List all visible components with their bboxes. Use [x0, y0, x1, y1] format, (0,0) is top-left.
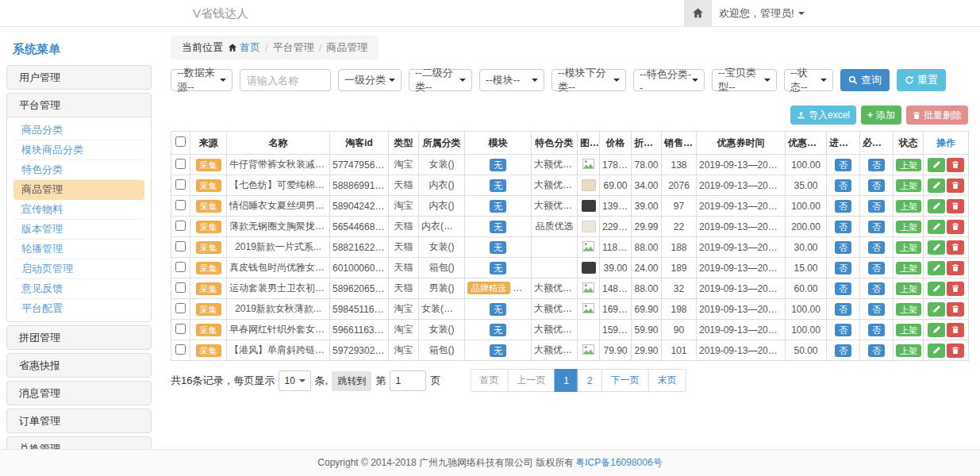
sidebar-subitem-商品分类[interactable]: 商品分类 [13, 121, 144, 140]
import-select-badge[interactable]: 否 [835, 303, 851, 316]
page-button-2[interactable]: 2 [578, 369, 602, 392]
sidebar-subitem-模块商品分类[interactable]: 模块商品分类 [13, 140, 144, 160]
edit-button[interactable] [928, 344, 945, 358]
status-badge[interactable]: 上架 [896, 179, 921, 192]
import-select-badge[interactable]: 否 [835, 221, 851, 233]
filter-select-2[interactable]: --二级分类-- [409, 69, 472, 91]
sidebar-subitem-平台配置[interactable]: 平台配置 [13, 299, 144, 318]
import-select-badge[interactable]: 否 [835, 159, 851, 171]
sidebar-item-订单管理[interactable]: 订单管理 [7, 409, 151, 432]
import-select-badge[interactable]: 否 [835, 344, 851, 357]
delete-button[interactable] [947, 240, 964, 255]
status-badge[interactable]: 上架 [896, 200, 921, 213]
must-buy-badge[interactable]: 否 [868, 282, 885, 295]
filter-select-4[interactable]: --模块下分类-- [551, 69, 626, 91]
row-checkbox[interactable] [175, 221, 186, 231]
page-button-首页[interactable]: 首页 [470, 369, 508, 392]
sidebar-subitem-启动页管理[interactable]: 启动页管理 [13, 259, 144, 279]
import-excel-button[interactable]: 导入excel [790, 106, 856, 125]
row-checkbox[interactable] [175, 159, 186, 169]
edit-button[interactable] [928, 199, 945, 213]
delete-button[interactable] [947, 261, 964, 275]
edit-button[interactable] [928, 282, 945, 296]
sidebar-item-拼团管理[interactable]: 拼团管理 [7, 326, 151, 349]
sidebar-subitem-轮播管理[interactable]: 轮播管理 [13, 240, 144, 259]
filter-select-1[interactable]: 一级分类 [338, 69, 402, 91]
row-checkbox[interactable] [175, 241, 186, 251]
import-select-badge[interactable]: 否 [835, 282, 851, 295]
delete-button[interactable] [947, 302, 964, 317]
name-search-input[interactable] [240, 69, 331, 91]
sidebar-subitem-版本管理[interactable]: 版本管理 [13, 220, 144, 240]
status-badge[interactable]: 上架 [896, 282, 921, 295]
status-badge[interactable]: 上架 [896, 241, 921, 254]
page-button-下一页[interactable]: 下一页 [601, 369, 649, 392]
page-button-末页[interactable]: 末页 [648, 369, 686, 392]
home-button[interactable] [684, 0, 712, 26]
status-badge[interactable]: 上架 [896, 324, 921, 336]
filter-select-7[interactable]: --状态-- [784, 69, 833, 91]
edit-button[interactable] [928, 178, 945, 193]
edit-button[interactable] [928, 302, 945, 317]
status-badge[interactable]: 上架 [896, 262, 921, 274]
edit-button[interactable] [928, 240, 945, 255]
jump-button[interactable]: 跳转到 [332, 371, 371, 391]
must-buy-badge[interactable]: 否 [868, 200, 885, 213]
must-buy-badge[interactable]: 否 [868, 221, 885, 233]
page-button-1[interactable]: 1 [554, 369, 578, 392]
delete-button[interactable] [947, 199, 964, 213]
row-checkbox[interactable] [175, 200, 186, 210]
data-source-select[interactable]: --数据来源-- [171, 69, 233, 91]
filter-select-6[interactable]: --宝贝类型-- [712, 69, 777, 91]
sidebar-subitem-宣传物料[interactable]: 宣传物料 [13, 200, 144, 220]
status-badge[interactable]: 上架 [896, 303, 921, 316]
select-all-checkbox[interactable] [175, 136, 186, 147]
edit-button[interactable] [928, 261, 945, 275]
sidebar-subitem-特色分类[interactable]: 特色分类 [13, 160, 144, 180]
page-button-上一页[interactable]: 上一页 [507, 369, 555, 392]
edit-button[interactable] [928, 220, 945, 234]
filter-select-5[interactable]: --特色分类-- [633, 69, 705, 91]
edit-button[interactable] [928, 323, 945, 337]
status-badge[interactable]: 上架 [896, 221, 921, 233]
sidebar-item-省惠快报[interactable]: 省惠快报 [7, 354, 151, 377]
delete-button[interactable] [947, 282, 964, 296]
must-buy-badge[interactable]: 否 [868, 159, 885, 171]
must-buy-badge[interactable]: 否 [868, 324, 885, 336]
icp-link[interactable]: 粤ICP备16098006号 [575, 456, 662, 470]
row-checkbox[interactable] [175, 344, 186, 355]
edit-button[interactable] [928, 158, 945, 172]
delete-button[interactable] [947, 344, 964, 358]
row-checkbox[interactable] [175, 303, 186, 313]
must-buy-badge[interactable]: 否 [868, 241, 885, 254]
breadcrumb-home-link[interactable]: 首页 [228, 40, 260, 55]
import-select-badge[interactable]: 否 [835, 324, 851, 336]
must-buy-badge[interactable]: 否 [868, 262, 885, 274]
row-checkbox[interactable] [175, 324, 186, 334]
must-buy-badge[interactable]: 否 [868, 179, 885, 192]
status-badge[interactable]: 上架 [896, 344, 921, 357]
sidebar-subitem-意见反馈[interactable]: 意见反馈 [13, 279, 144, 299]
per-page-select[interactable]: 10 [279, 370, 310, 391]
must-buy-badge[interactable]: 否 [868, 303, 885, 316]
delete-button[interactable] [947, 220, 964, 234]
import-select-badge[interactable]: 否 [835, 200, 851, 213]
sidebar-item-平台管理[interactable]: 平台管理 [7, 94, 151, 117]
search-button[interactable]: 查询 [840, 69, 890, 91]
import-select-badge[interactable]: 否 [835, 262, 851, 274]
sidebar-item-用户管理[interactable]: 用户管理 [7, 66, 151, 89]
user-menu[interactable]: 欢迎您，管理员! [719, 0, 805, 26]
import-select-badge[interactable]: 否 [835, 179, 851, 192]
status-badge[interactable]: 上架 [896, 159, 921, 171]
batch-delete-button[interactable]: 批量删除 [906, 106, 968, 125]
add-button[interactable]: + 添加 [861, 106, 901, 125]
sidebar-subitem-商品管理[interactable]: 商品管理 [13, 180, 144, 200]
must-buy-badge[interactable]: 否 [868, 344, 885, 357]
import-select-badge[interactable]: 否 [835, 241, 851, 254]
delete-button[interactable] [947, 178, 964, 193]
row-checkbox[interactable] [175, 262, 186, 272]
sidebar-item-消息管理[interactable]: 消息管理 [7, 382, 151, 405]
reset-button[interactable]: 重置 [897, 69, 946, 91]
row-checkbox[interactable] [175, 282, 186, 293]
page-jump-input[interactable] [390, 370, 426, 391]
